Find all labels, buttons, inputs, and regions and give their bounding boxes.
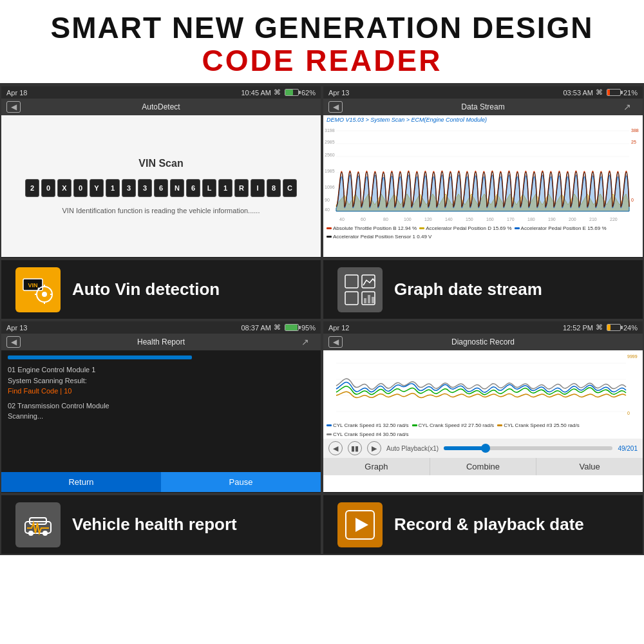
vin-char: 0	[73, 179, 88, 197]
svg-text:VIN: VIN	[28, 282, 37, 289]
health-screen-title: Health Report	[137, 337, 185, 346]
legend-item: Accelerator Pedal Position D 15.69 %	[419, 225, 511, 231]
diag-prev-btn[interactable]: ◀	[328, 441, 343, 455]
health-result-1: System Scanning Result:	[8, 375, 314, 386]
feature-health-text: Vehicle health report	[72, 515, 237, 535]
vin-status-date: Apr 18	[6, 89, 27, 97]
diag-status-date: Apr 12	[328, 324, 349, 332]
svg-text:150: 150	[466, 217, 473, 222]
diag-legend: CYL Crank Speed #1 32.50 rad/sCYL Crank …	[323, 421, 643, 439]
vin-top-bar: ◀ AutoDetect	[1, 99, 321, 115]
vin-display: 20X0Y1336N6L1RI8C	[25, 179, 297, 197]
health-status-time: 08:37 AM	[241, 324, 270, 332]
svg-text:100: 100	[404, 217, 412, 222]
vin-char: 3	[138, 179, 152, 197]
feature-graph-banner: Graph date stream	[322, 259, 644, 320]
diag-content: 9999 0 CYL Crank Speed #1	[323, 350, 643, 492]
svg-text:2985: 2985	[325, 140, 335, 144]
diag-status-bar: Apr 12 12:52 PM ⌘ 24%	[323, 321, 643, 334]
ds-status-bar: Apr 13 03:53 AM ⌘ 21%	[323, 86, 643, 99]
svg-line-39	[38, 288, 39, 289]
feature-vin-banner: VIN Auto Vin detection	[0, 259, 322, 320]
diag-top-bar: ◀ Diagnostic Record	[323, 334, 643, 350]
diag-tab-bar: GraphCombineValue	[323, 458, 643, 475]
svg-text:80: 80	[383, 217, 388, 222]
health-result-2: Scanning...	[8, 411, 314, 422]
vin-battery-icon	[285, 89, 299, 96]
ds-wifi-icon: ⌘	[596, 88, 603, 97]
health-battery-icon	[285, 324, 299, 331]
svg-text:140: 140	[445, 217, 453, 222]
svg-text:0: 0	[627, 411, 630, 415]
health-return-btn[interactable]: Return	[1, 472, 161, 492]
vin-char: 2	[25, 179, 39, 197]
ds-content: DEMO V15.03 > System Scan > ECM(Engine C…	[323, 115, 643, 257]
svg-point-57	[43, 531, 48, 536]
svg-text:25: 25	[631, 140, 636, 144]
header-main-title: SMART NEW GENERATION DESIGN	[6, 12, 638, 44]
tab-graph[interactable]: Graph	[323, 458, 430, 475]
diag-controls: ◀ ▮▮ ▶ Auto Playback(x1) 49/201	[323, 439, 643, 458]
svg-text:120: 120	[424, 217, 432, 222]
health-top-bar: ◀ Health Report ↗	[1, 334, 321, 350]
vin-char: N	[170, 179, 184, 197]
health-back-btn[interactable]: ◀	[6, 336, 21, 348]
diag-pause-btn[interactable]: ▮▮	[348, 441, 362, 455]
vin-feature-icon-box: VIN	[15, 267, 61, 312]
graph-feature-icon-box	[337, 267, 383, 312]
diag-status-time: 12:52 PM	[563, 324, 593, 332]
vin-status-time: 10:45 AM	[241, 89, 270, 97]
header: SMART NEW GENERATION DESIGN CODE READER	[0, 0, 644, 83]
diag-battery-icon	[607, 324, 621, 331]
vin-char: I	[251, 179, 265, 197]
record-feature-icon-box	[337, 502, 383, 547]
svg-point-56	[28, 531, 33, 536]
diag-graph-area: 9999 0	[323, 350, 643, 421]
svg-text:2560: 2560	[325, 153, 335, 157]
ds-status-date: Apr 13	[328, 89, 349, 97]
svg-text:190: 190	[548, 217, 556, 222]
svg-text:40: 40	[339, 217, 345, 222]
vin-battery-pct: 62%	[301, 89, 316, 97]
vin-char: X	[57, 179, 71, 197]
diag-screen-title: Diagnostic Record	[451, 337, 515, 346]
ds-battery-pct: 21%	[623, 89, 638, 97]
diag-next-btn[interactable]: ▶	[367, 441, 381, 455]
svg-rect-44	[364, 298, 366, 303]
diag-back-btn[interactable]: ◀	[328, 336, 343, 348]
vin-wifi-icon: ⌘	[274, 88, 281, 97]
legend-item: CYL Crank Speed #1 32.50 rad/s	[327, 422, 409, 428]
svg-text:1985: 1985	[325, 169, 335, 173]
main-grid: Apr 18 10:45 AM ⌘ 62% ◀ AutoDetect VIN S…	[0, 83, 644, 555]
health-content: 01 Engine Control Module 1 System Scanni…	[1, 350, 321, 492]
ds-graph-area: 3198 2985 2560 1985 1096 90 40 388 25 0	[323, 124, 643, 224]
health-pause-btn[interactable]: Pause	[161, 472, 321, 492]
svg-text:200: 200	[569, 217, 576, 222]
health-fault-1: Find Fault Code | 10	[8, 386, 314, 397]
vin-screen-title: AutoDetect	[142, 102, 180, 111]
vin-char: 0	[41, 179, 55, 197]
vin-description: VIN Identification function is reading t…	[50, 207, 273, 214]
vin-content: VIN Scan 20X0Y1336N6L1RI8C VIN Identific…	[1, 115, 321, 257]
vin-back-btn[interactable]: ◀	[6, 101, 21, 113]
svg-marker-59	[355, 518, 368, 532]
legend-item: Accelerator Pedal Position E 15.69 %	[515, 225, 607, 231]
legend-item: Accelerator Pedal Position Sensor 1 0.49…	[327, 234, 431, 240]
health-status-date: Apr 13	[6, 324, 27, 332]
tab-combine[interactable]: Combine	[430, 458, 537, 475]
datastream-screen-panel: Apr 13 03:53 AM ⌘ 21% ◀ Data Stream ↗ DE…	[322, 85, 644, 259]
health-wifi-icon: ⌘	[274, 323, 281, 332]
health-module-2: 02 Transmission Control Module	[8, 401, 314, 412]
vin-char: Y	[90, 179, 104, 197]
feature-record-banner: Record & playback date	[322, 494, 644, 555]
ds-status-time: 03:53 AM	[563, 89, 592, 97]
diag-counter: 49/201	[618, 445, 638, 452]
tab-value[interactable]: Value	[536, 458, 643, 475]
ds-back-btn[interactable]: ◀	[328, 101, 343, 113]
legend-item: CYL Crank Speed #2 27.50 rad/s	[412, 422, 495, 428]
diag-progress-bar[interactable]	[444, 446, 612, 450]
svg-text:220: 220	[610, 217, 618, 222]
svg-point-34	[42, 292, 47, 297]
svg-rect-46	[372, 297, 374, 303]
health-battery-pct: 95%	[301, 324, 316, 332]
